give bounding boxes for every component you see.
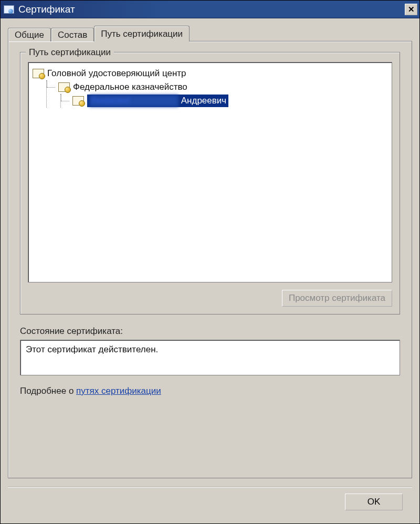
learn-more-prefix: Подробнее о (20, 386, 76, 396)
certpath-groupbox: Путь сертификации Головной удостоверяющи… (20, 52, 400, 315)
tree-node-label: Андреевич (181, 96, 226, 106)
groupbox-legend: Путь сертификации (26, 47, 114, 58)
tree-node-leaf-selected[interactable]: Redacted Андреевич (61, 94, 387, 108)
tree-connector-icon (47, 80, 58, 94)
tab-label: Состав (58, 30, 87, 40)
dialog-button-bar: OK (8, 487, 412, 516)
certificate-app-icon (4, 4, 14, 15)
ok-button[interactable]: OK (345, 494, 403, 510)
learn-more-link[interactable]: путях сертификации (76, 386, 161, 396)
view-certificate-button[interactable]: Просмотр сертификата (282, 290, 392, 307)
close-button[interactable]: ✕ (405, 4, 417, 15)
cert-status-text: Этот сертификат действителен. (26, 344, 158, 354)
certificate-icon (58, 82, 70, 92)
certificate-icon (72, 96, 84, 106)
learn-more-row: Подробнее о путях сертификации (20, 386, 400, 396)
tree-node-selected-label: Redacted Андреевич (87, 95, 228, 107)
tab-certpath[interactable]: Путь сертификации (94, 26, 190, 41)
client-area: Общие Состав Путь сертификации Путь серт… (1, 18, 419, 523)
titlebar: Сертификат ✕ (1, 1, 419, 18)
tab-label: Общие (15, 30, 44, 40)
button-label: OK (368, 497, 381, 507)
cert-status-label: Состояние сертификата: (20, 326, 400, 337)
certificate-dialog: Сертификат ✕ Общие Состав Путь сертифика… (0, 0, 420, 524)
tree-children: Федеральное казначейство Redacted Андрее… (46, 80, 387, 108)
tree-node-label: Федеральное казначейство (73, 82, 187, 92)
close-icon: ✕ (408, 5, 415, 14)
button-label: Просмотр сертификата (289, 293, 385, 303)
tree-children: Redacted Андреевич (60, 94, 387, 108)
view-cert-row: Просмотр сертификата (28, 290, 392, 307)
tab-details[interactable]: Состав (51, 28, 94, 41)
tab-label: Путь сертификации (101, 29, 183, 39)
tab-general[interactable]: Общие (8, 28, 51, 41)
tab-strip: Общие Состав Путь сертификации (8, 26, 412, 41)
window-title: Сертификат (18, 4, 405, 15)
certificate-icon (33, 69, 44, 78)
cert-chain-tree[interactable]: Головной удостоверяющий центр Федерально… (28, 62, 392, 282)
tree-node-root[interactable]: Головной удостоверяющий центр (33, 67, 387, 80)
redacted-name: Redacted (89, 95, 178, 107)
tree-connector-icon (61, 94, 72, 108)
tab-page-certpath: Путь сертификации Головной удостоверяющи… (8, 41, 412, 478)
cert-status-box: Этот сертификат действителен. (20, 340, 400, 375)
tree-node-intermediate[interactable]: Федеральное казначейство (47, 80, 387, 94)
tree-node-label: Головной удостоверяющий центр (47, 68, 186, 79)
